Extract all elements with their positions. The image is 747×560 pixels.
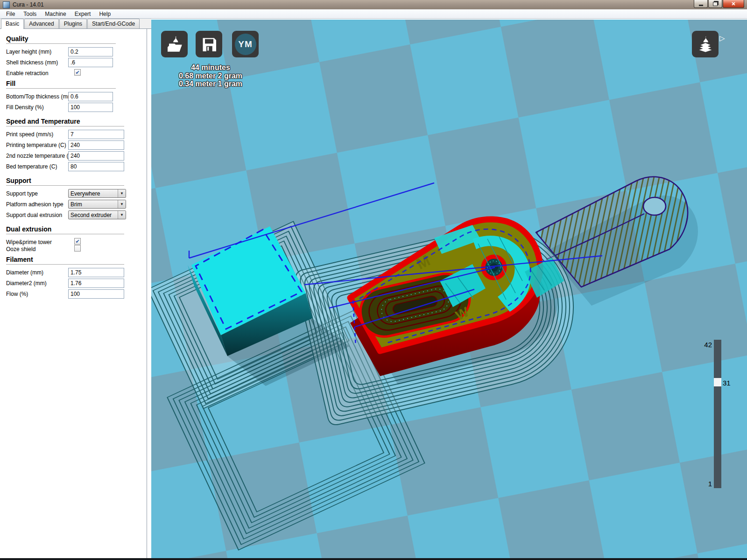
settings-sidebar: Basic Advanced Plugins Start/End-GCode Q… xyxy=(0,19,151,558)
divider xyxy=(6,185,124,186)
bed-temperature-input[interactable] xyxy=(68,162,124,171)
platform-adhesion-row: Platform adhesion type Brim ▼ xyxy=(6,200,147,210)
chevron-down-icon: ▼ xyxy=(118,200,126,208)
view-mode-expand-icon[interactable]: ▷ xyxy=(719,34,725,42)
section-quality: Quality xyxy=(6,35,147,42)
print-speed-input[interactable] xyxy=(68,130,124,139)
support-dual-extrusion-row: Support dual extrusion Second extruder ▼ xyxy=(6,210,147,221)
shell-thickness-row: Shell thickness (mm) xyxy=(6,58,147,69)
shell-thickness-input[interactable] xyxy=(68,58,113,67)
bed-temperature-label: Bed temperature (C) xyxy=(6,163,57,170)
build-plate-scene: M W xyxy=(151,20,747,558)
caption-buttons: ✕ xyxy=(693,0,744,8)
support-type-select[interactable]: Everywhere ▼ xyxy=(68,189,126,198)
menu-expert[interactable]: Expert xyxy=(70,10,95,18)
tab-advanced[interactable]: Advanced xyxy=(24,19,58,28)
bed-temperature-row: Bed temperature (C) xyxy=(6,162,147,173)
layers-view-icon xyxy=(696,35,715,54)
diameter-input[interactable] xyxy=(68,268,124,277)
fill-density-label: Fill Density (%) xyxy=(6,104,44,111)
save-toolpath-button[interactable] xyxy=(196,31,222,57)
second-nozzle-temperature-input[interactable] xyxy=(68,151,124,161)
layer-min-label: 1 xyxy=(701,480,712,488)
cura-window: Cura - 14.01 ✕ File Tools Machine Expert… xyxy=(0,0,747,560)
window-title: Cura - 14.01 xyxy=(13,1,44,8)
platform-adhesion-select[interactable]: Brim ▼ xyxy=(68,200,126,209)
flow-label: Flow (%) xyxy=(6,290,28,298)
tag-hole xyxy=(643,197,666,215)
menu-machine[interactable]: Machine xyxy=(41,10,70,18)
section-speed-temperature: Speed and Temperature xyxy=(6,118,147,125)
layer-height-row: Layer height (mm) xyxy=(6,47,147,58)
printing-temperature-input[interactable] xyxy=(68,140,124,150)
divider xyxy=(6,43,116,44)
view-mode-button[interactable] xyxy=(692,31,719,57)
basic-settings-page: Quality Layer height (mm) Shell thicknes… xyxy=(0,29,147,558)
minimize-icon xyxy=(699,5,703,6)
print-statistics: 44 minutes 0.68 meter 2 gram 0.34 meter … xyxy=(161,63,261,88)
menu-file[interactable]: File xyxy=(2,10,19,18)
diameter-label: Diameter (mm) xyxy=(6,269,43,276)
chevron-down-icon: ▼ xyxy=(118,211,126,219)
floppy-disk-icon xyxy=(199,35,219,54)
section-support: Support xyxy=(6,177,147,184)
load-model-button[interactable] xyxy=(161,31,188,57)
divider xyxy=(6,126,124,126)
second-nozzle-temperature-row: 2nd nozzle temperature (C) xyxy=(6,151,147,162)
flow-input[interactable] xyxy=(68,289,124,299)
enable-retraction-row: Enable retraction xyxy=(6,69,147,76)
load-model-icon xyxy=(165,35,184,54)
print-time: 44 minutes xyxy=(161,63,261,72)
enable-retraction-checkbox[interactable] xyxy=(74,69,81,76)
bottom-top-thickness-label: Bottom/Top thickness (mm) xyxy=(6,93,74,100)
filament-usage-2: 0.34 meter 1 gram xyxy=(161,80,261,88)
layer-slider[interactable]: 42 31 1 xyxy=(714,340,721,488)
printing-temperature-label: Printing temperature (C) xyxy=(6,141,66,149)
layer-height-input[interactable] xyxy=(68,47,113,56)
bottom-top-thickness-input[interactable] xyxy=(68,92,113,101)
tab-plugins[interactable]: Plugins xyxy=(59,19,87,28)
section-fill: Fill xyxy=(6,80,147,87)
menu-tools[interactable]: Tools xyxy=(19,10,41,18)
support-type-value: Everywhere xyxy=(70,190,100,197)
fill-density-row: Fill Density (%) xyxy=(6,103,147,113)
print-speed-label: Print speed (mm/s) xyxy=(6,131,53,138)
tab-strip: Basic Advanced Plugins Start/End-GCode xyxy=(0,19,151,29)
app-icon xyxy=(3,1,10,8)
ooze-shield-row: Ooze shield xyxy=(6,245,147,252)
share-youmagine-button[interactable]: YM xyxy=(232,31,259,57)
3d-viewport[interactable]: M W xyxy=(151,20,747,558)
youmagine-logo: YM xyxy=(235,34,256,55)
support-type-label: Support type xyxy=(6,190,38,197)
print-speed-row: Print speed (mm/s) xyxy=(6,130,147,140)
second-nozzle-temperature-label: 2nd nozzle temperature (C) xyxy=(6,152,74,160)
tab-basic[interactable]: Basic xyxy=(1,19,24,29)
platform-adhesion-value: Brim xyxy=(70,201,82,208)
close-button[interactable]: ✕ xyxy=(723,0,744,8)
ooze-shield-checkbox[interactable] xyxy=(74,245,81,252)
minimize-button[interactable] xyxy=(694,0,708,8)
filament-usage-1: 0.68 meter 2 gram xyxy=(161,72,261,80)
section-dual-extrusion: Dual extrusion xyxy=(6,225,147,233)
chevron-down-icon: ▼ xyxy=(118,189,126,197)
fill-density-input[interactable] xyxy=(68,103,113,112)
layer-slider-handle[interactable] xyxy=(714,378,721,386)
ooze-shield-label: Ooze shield xyxy=(6,245,35,253)
platform-adhesion-label: Platform adhesion type xyxy=(6,201,63,208)
section-filament: Filament xyxy=(6,256,147,263)
support-dual-extrusion-label: Support dual extrusion xyxy=(6,211,62,219)
restore-button[interactable] xyxy=(708,0,722,8)
tab-start-end-gcode[interactable]: Start/End-GCode xyxy=(87,19,140,28)
layer-max-label: 42 xyxy=(701,341,712,349)
restore-icon xyxy=(713,2,718,6)
wipe-prime-tower-checkbox[interactable] xyxy=(74,238,81,245)
support-dual-extrusion-select[interactable]: Second extruder ▼ xyxy=(68,210,126,219)
menu-help[interactable]: Help xyxy=(95,10,115,18)
diameter2-input[interactable] xyxy=(68,279,124,288)
wipe-prime-tower-row: Wipe&prime tower xyxy=(6,238,147,245)
printing-temperature-row: Printing temperature (C) xyxy=(6,140,147,151)
enable-retraction-label: Enable retraction xyxy=(6,70,49,77)
title-bar[interactable]: Cura - 14.01 ✕ xyxy=(0,0,747,10)
support-type-row: Support type Everywhere ▼ xyxy=(6,189,147,200)
diameter2-row: Diameter2 (mm) xyxy=(6,279,147,289)
